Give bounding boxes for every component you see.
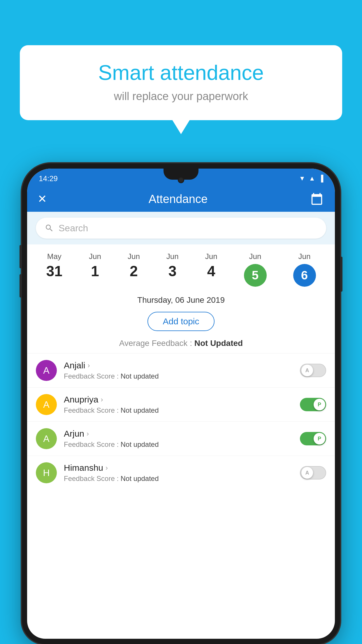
date-month-4: Jun bbox=[205, 252, 217, 261]
chevron-icon: › bbox=[87, 430, 89, 438]
chevron-icon: › bbox=[87, 361, 90, 370]
phone-notch bbox=[164, 169, 198, 180]
power-button bbox=[340, 257, 342, 292]
date-month-1: Jun bbox=[89, 252, 101, 261]
attendance-toggle-arjun[interactable]: P bbox=[300, 432, 326, 445]
toggle-knob-anupriya: P bbox=[314, 399, 325, 410]
selected-date-info: Thursday, 06 June 2019 bbox=[27, 289, 335, 307]
calendar-icon bbox=[310, 192, 323, 205]
date-item-6[interactable]: Jun 6 bbox=[288, 250, 321, 289]
toggle-himanshu[interactable]: A bbox=[300, 466, 326, 480]
toggle-knob-himanshu: A bbox=[301, 467, 313, 479]
date-number-0: 31 bbox=[46, 264, 62, 279]
vol-down-button bbox=[20, 274, 22, 298]
date-item-5[interactable]: Jun 5 bbox=[239, 250, 272, 289]
avatar-anjali: A bbox=[36, 360, 57, 381]
speech-bubble-container: Smart attendance will replace your paper… bbox=[20, 45, 342, 120]
search-placeholder: Search bbox=[59, 223, 88, 234]
add-topic-container: Add topic bbox=[27, 307, 335, 336]
date-item-4[interactable]: Jun 4 bbox=[200, 250, 223, 289]
avg-feedback: Average Feedback : Not Updated bbox=[27, 336, 335, 353]
student-name-himanshu: Himanshu › bbox=[64, 463, 293, 473]
date-item-2[interactable]: Jun 2 bbox=[122, 250, 145, 289]
attendance-toggle-himanshu[interactable]: A bbox=[300, 466, 326, 480]
date-month-5: Jun bbox=[249, 252, 261, 261]
date-item-0[interactable]: May 31 bbox=[41, 250, 68, 289]
student-info-himanshu: Himanshu › Feedback Score : Not updated bbox=[64, 463, 293, 483]
date-number-6: 6 bbox=[301, 269, 308, 281]
date-item-1[interactable]: Jun 1 bbox=[84, 250, 106, 289]
search-icon bbox=[45, 223, 54, 233]
selected-date-text: Thursday, 06 June 2019 bbox=[137, 295, 225, 304]
search-bar[interactable]: Search bbox=[36, 218, 326, 239]
close-button[interactable]: ✕ bbox=[38, 192, 47, 205]
avatar-anupriya: A bbox=[36, 394, 57, 415]
phone-frame: 14:29 ▼ ▲ ▐ ✕ Attendance Search bbox=[22, 163, 340, 644]
add-topic-button[interactable]: Add topic bbox=[147, 312, 214, 331]
student-item-2[interactable]: A Arjun › Feedback Score : Not updated P bbox=[27, 421, 335, 456]
app-bar: ✕ Attendance bbox=[27, 186, 335, 212]
feedback-score-anjali: Feedback Score : Not updated bbox=[64, 372, 293, 380]
feedback-score-anupriya: Feedback Score : Not updated bbox=[64, 406, 293, 414]
bubble-title: Smart attendance bbox=[37, 61, 325, 84]
date-month-6: Jun bbox=[298, 252, 311, 261]
avatar-himanshu: H bbox=[36, 462, 57, 483]
toggle-anjali[interactable]: A bbox=[300, 364, 326, 377]
chevron-icon: › bbox=[101, 396, 103, 404]
attendance-toggle-anjali[interactable]: A bbox=[300, 364, 326, 377]
student-item-1[interactable]: A Anupriya › Feedback Score : Not update… bbox=[27, 387, 335, 421]
feedback-score-arjun: Feedback Score : Not updated bbox=[64, 440, 293, 449]
date-number-5: 5 bbox=[252, 269, 259, 281]
student-name-arjun: Arjun › bbox=[64, 429, 293, 439]
avatar-arjun: A bbox=[36, 428, 57, 449]
calendar-button[interactable] bbox=[309, 191, 324, 206]
toggle-knob-anjali: A bbox=[301, 365, 313, 376]
date-number-3: 3 bbox=[168, 264, 177, 279]
bubble-subtitle: will replace your paperwork bbox=[37, 90, 325, 103]
date-item-3[interactable]: Jun 3 bbox=[161, 250, 184, 289]
student-info-anupriya: Anupriya › Feedback Score : Not updated bbox=[64, 395, 293, 414]
app-bar-title: Attendance bbox=[149, 192, 208, 206]
status-time: 14:29 bbox=[39, 174, 58, 183]
student-item-3[interactable]: H Himanshu › Feedback Score : Not update… bbox=[27, 456, 335, 490]
student-item-0[interactable]: A Anjali › Feedback Score : Not updated … bbox=[27, 353, 335, 387]
feedback-score-himanshu: Feedback Score : Not updated bbox=[64, 475, 293, 483]
student-info-anjali: Anjali › Feedback Score : Not updated bbox=[64, 360, 293, 380]
date-month-0: May bbox=[47, 252, 61, 261]
date-month-3: Jun bbox=[166, 252, 179, 261]
phone-screen: 14:29 ▼ ▲ ▐ ✕ Attendance Search bbox=[27, 169, 335, 639]
date-month-2: Jun bbox=[128, 252, 140, 261]
date-number-2: 2 bbox=[130, 264, 138, 279]
selected-circle: 6 bbox=[293, 264, 316, 287]
vol-up-button bbox=[20, 245, 22, 268]
battery-icon: ▐ bbox=[319, 175, 323, 182]
speech-bubble: Smart attendance will replace your paper… bbox=[20, 45, 342, 120]
search-container: Search bbox=[27, 212, 335, 244]
student-name-anjali: Anjali › bbox=[64, 360, 293, 370]
chevron-icon: › bbox=[106, 464, 108, 472]
wifi-icon: ▼ bbox=[299, 175, 305, 182]
avg-feedback-label: Average Feedback : Not Updated bbox=[119, 339, 243, 348]
today-circle: 5 bbox=[244, 264, 267, 287]
front-camera bbox=[178, 177, 184, 183]
signal-icon: ▲ bbox=[309, 175, 315, 182]
student-info-arjun: Arjun › Feedback Score : Not updated bbox=[64, 429, 293, 449]
toggle-anupriya[interactable]: P bbox=[300, 398, 326, 411]
student-list: A Anjali › Feedback Score : Not updated … bbox=[27, 353, 335, 490]
attendance-toggle-anupriya[interactable]: P bbox=[300, 398, 326, 411]
date-scroller[interactable]: May 31 Jun 1 Jun 2 Jun 3 Jun 4 Jun bbox=[27, 244, 335, 289]
toggle-arjun[interactable]: P bbox=[300, 432, 326, 445]
toggle-knob-arjun: P bbox=[314, 433, 325, 444]
student-name-anupriya: Anupriya › bbox=[64, 395, 293, 405]
date-number-4: 4 bbox=[207, 264, 215, 279]
status-icons: ▼ ▲ ▐ bbox=[299, 175, 323, 182]
date-number-1: 1 bbox=[91, 264, 99, 279]
